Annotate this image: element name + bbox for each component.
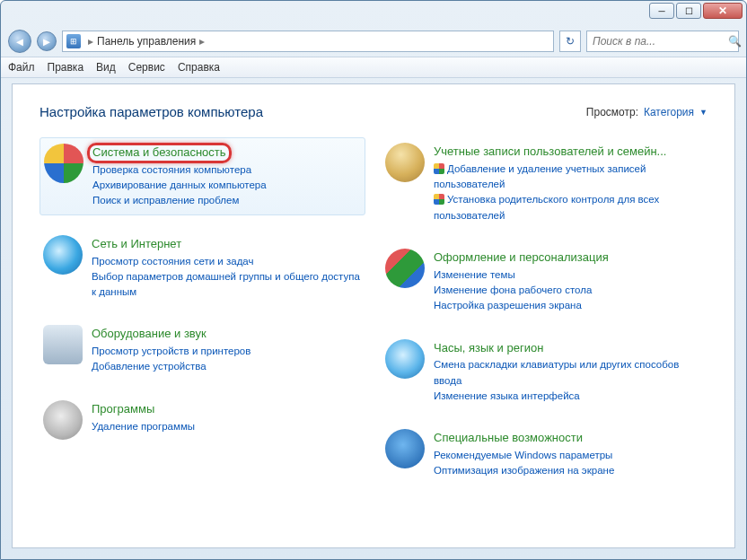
content-area: Настройка параметров компьютера Просмотр…	[12, 83, 735, 548]
category-title-network[interactable]: Сеть и Интернет	[92, 237, 181, 252]
hardware-icon	[43, 325, 83, 364]
category-title-hardware[interactable]: Оборудование и звук	[92, 327, 207, 342]
column-right: Учетные записи пользователей и семейн...…	[382, 137, 707, 499]
refresh-button[interactable]: ↻	[559, 31, 581, 52]
view-mode-value[interactable]: Категория	[644, 106, 694, 118]
window-frame: ─ ☐ ✕ ◄ ► ⊞ ▸ Панель управления ▸ ↻ 🔍 Фа…	[0, 0, 747, 560]
category-hardware: Оборудование и звукПросмотр устройств и …	[40, 319, 365, 380]
category-link[interactable]: Рекомендуемые Windows параметры	[434, 448, 704, 463]
category-network: Сеть и ИнтернетПросмотр состояния сети и…	[40, 230, 365, 306]
accessibility-icon	[385, 429, 425, 468]
category-clock: Часы, язык и регионСмена раскладки клави…	[382, 334, 707, 410]
network-icon	[43, 235, 83, 275]
menu-view[interactable]: Вид	[96, 61, 116, 74]
appearance-icon	[385, 249, 425, 288]
category-link[interactable]: Оптимизация изображения на экране	[434, 463, 704, 478]
breadcrumb-sep: ▸	[88, 35, 93, 48]
category-link[interactable]: Смена раскладки клавиатуры или других сп…	[434, 357, 704, 389]
view-mode-label: Просмотр:	[586, 106, 638, 118]
shield-icon	[434, 163, 444, 174]
category-title-programs[interactable]: Программы	[92, 402, 154, 417]
category-title-accessibility[interactable]: Специальные возможности	[434, 431, 583, 446]
menubar: Файл Правка Вид Сервис Справка	[1, 57, 746, 78]
column-left: Система и безопасностьПроверка состояния…	[40, 137, 365, 499]
clock-icon	[385, 339, 425, 379]
heading-row: Настройка параметров компьютера Просмотр…	[40, 104, 707, 119]
shield-icon	[434, 194, 444, 205]
minimize-button[interactable]: ─	[649, 3, 674, 19]
menu-help[interactable]: Справка	[178, 61, 220, 74]
menu-file[interactable]: Файл	[8, 61, 35, 74]
category-columns: Система и безопасностьПроверка состояния…	[40, 137, 707, 499]
search-icon[interactable]: 🔍	[728, 35, 742, 48]
titlebar: ─ ☐ ✕	[1, 1, 746, 26]
category-link[interactable]: Поиск и исправление проблем	[92, 193, 361, 208]
category-title-appearance[interactable]: Оформление и персонализация	[434, 250, 609, 266]
maximize-button[interactable]: ☐	[676, 3, 701, 19]
users-icon	[385, 143, 425, 182]
category-link[interactable]: Удаление программы	[92, 419, 362, 434]
control-panel-icon: ⊞	[66, 34, 81, 48]
category-link[interactable]: Проверка состояния компьютера	[92, 162, 361, 178]
category-title-users[interactable]: Учетные записи пользователей и семейн...	[434, 144, 666, 160]
breadcrumb[interactable]: ⊞ ▸ Панель управления ▸	[62, 31, 554, 52]
category-users: Учетные записи пользователей и семейн...…	[382, 137, 707, 229]
forward-button[interactable]: ►	[37, 31, 57, 51]
breadcrumb-sep2[interactable]: ▸	[199, 35, 205, 48]
menu-tools[interactable]: Сервис	[128, 61, 165, 74]
programs-icon	[43, 400, 83, 440]
category-appearance: Оформление и персонализацияИзменение тем…	[382, 243, 707, 319]
search-box[interactable]: 🔍	[586, 31, 739, 52]
category-link[interactable]: Добавление устройства	[92, 359, 362, 374]
category-link[interactable]: Настройка разрешения экрана	[434, 298, 704, 313]
category-link[interactable]: Просмотр состояния сети и задач	[92, 254, 362, 269]
category-link[interactable]: Просмотр устройств и принтеров	[92, 344, 362, 359]
nav-row: ◄ ► ⊞ ▸ Панель управления ▸ ↻ 🔍	[1, 26, 746, 57]
category-link[interactable]: Изменение фона рабочего стола	[434, 283, 704, 298]
chevron-down-icon[interactable]: ▼	[699, 108, 707, 117]
category-programs: ПрограммыУдаление программы	[40, 395, 365, 445]
breadcrumb-label[interactable]: Панель управления	[97, 35, 196, 48]
system-security-icon	[44, 144, 83, 183]
category-accessibility: Специальные возможностиРекомендуемые Win…	[382, 424, 707, 484]
category-system-security: Система и безопасностьПроверка состояния…	[40, 137, 365, 215]
close-button[interactable]: ✕	[703, 3, 743, 19]
category-link[interactable]: Изменение темы	[434, 267, 704, 283]
category-link[interactable]: Архивирование данных компьютера	[92, 178, 361, 193]
search-input[interactable]	[593, 35, 728, 48]
back-button[interactable]: ◄	[8, 30, 31, 53]
category-link[interactable]: Изменение языка интерфейса	[434, 389, 704, 404]
category-title-clock[interactable]: Часы, язык и регион	[434, 341, 543, 356]
category-link[interactable]: Установка родительского контроля для все…	[434, 192, 704, 223]
category-link[interactable]: Выбор параметров домашней группы и общег…	[92, 269, 362, 301]
category-title-system-security[interactable]: Система и безопасность	[92, 145, 226, 161]
menu-edit[interactable]: Правка	[48, 61, 84, 74]
page-title: Настройка параметров компьютера	[40, 104, 263, 119]
view-mode: Просмотр: Категория ▼	[586, 106, 707, 118]
category-link[interactable]: Добавление и удаление учетных записей по…	[434, 162, 704, 193]
